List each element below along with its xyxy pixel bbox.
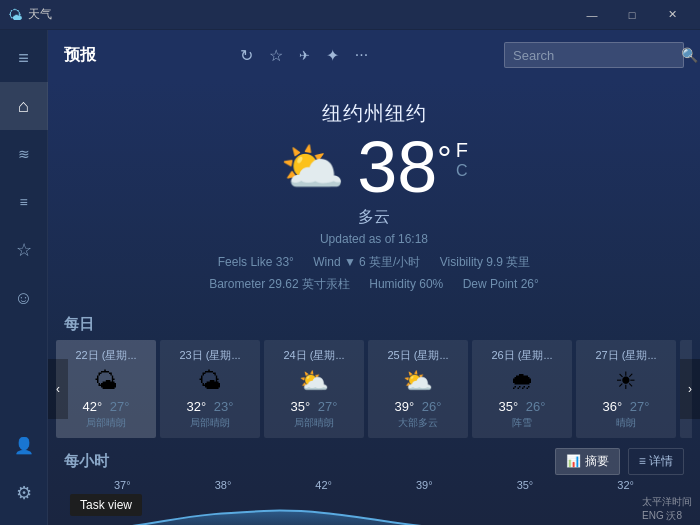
chart-temp-3: 39° <box>416 479 433 491</box>
titlebar-title: 天气 <box>28 6 572 23</box>
settings-nav-icon[interactable]: ⚙ <box>0 469 48 517</box>
day-condition-2: 局部晴朗 <box>270 416 358 430</box>
weather-body: 纽约州纽约 ⛅ 38 ° F C 多云 Updated as of 16:18 <box>48 80 700 525</box>
day-card-0[interactable]: 22日 (星期... 🌤 42° 27° 局部晴朗 <box>56 340 156 438</box>
titlebar-controls: — □ ✕ <box>572 0 692 30</box>
temp-row: ⛅ 38 ° F C <box>48 131 700 203</box>
day-card-5[interactable]: 27日 (星期... ☀ 36° 27° 晴朗 <box>576 340 676 438</box>
temperature-number: 38 <box>357 131 437 203</box>
day-card-2[interactable]: 24日 (星期... ⛅ 35° 27° 局部晴朗 <box>264 340 364 438</box>
chart-temps-row: 37°38°42°39°35°32° <box>64 479 684 491</box>
chart-temp-5: 32° <box>617 479 634 491</box>
hourly-tabs: 📊 摘要 ≡ 详情 <box>555 448 684 475</box>
unit-col: F C <box>456 139 468 180</box>
current-weather: 纽约州纽约 ⛅ 38 ° F C 多云 Updated as of 16:18 <box>48 80 700 305</box>
day-condition-5: 晴朗 <box>582 416 670 430</box>
day-label-5: 27日 (星期... <box>582 348 670 363</box>
day-card-1[interactable]: 23日 (星期... 🌤 32° 23° 局部晴朗 <box>160 340 260 438</box>
day-label-2: 24日 (星期... <box>270 348 358 363</box>
day-temps-0: 42° 27° <box>62 399 150 414</box>
chart-area <box>64 493 684 525</box>
day-label-4: 26日 (星期... <box>478 348 566 363</box>
day-icon-5: ☀ <box>582 367 670 395</box>
search-submit-icon[interactable]: 🔍 <box>681 47 698 63</box>
barometer: Barometer 29.62 英寸汞柱 <box>209 277 350 291</box>
unit-f[interactable]: F <box>456 139 468 162</box>
titlebar-weather-icon: 🌤 <box>8 7 22 23</box>
dew-point: Dew Point 26° <box>463 277 539 291</box>
main-content: 预报 ↻ ☆ ✈ ✦ ··· 🔍 纽约州纽约 ⛅ 38 <box>48 30 700 525</box>
pin-icon[interactable]: ✈ <box>299 48 310 63</box>
chart-nav-icon[interactable]: ≋ <box>0 130 48 178</box>
star-nav-icon[interactable]: ☆ <box>0 226 48 274</box>
visibility: Visibility 9.9 英里 <box>440 255 530 269</box>
day-label-0: 22日 (星期... <box>62 348 150 363</box>
condition-text: 多云 <box>48 207 700 228</box>
list-nav-icon[interactable]: ≡ <box>0 178 48 226</box>
search-box[interactable]: 🔍 <box>504 42 684 68</box>
day-card-4[interactable]: 26日 (星期... 🌧 35° 26° 阵雪 <box>472 340 572 438</box>
minimize-button[interactable]: — <box>572 0 612 30</box>
daily-scroll-wrap: ‹ 22日 (星期... 🌤 42° 27° 局部晴朗 23日 (星期... 🌤… <box>48 340 700 438</box>
close-button[interactable]: ✕ <box>652 0 692 30</box>
day-label-3: 25日 (星期... <box>374 348 462 363</box>
day-icon-1: 🌤 <box>166 367 254 395</box>
app-header-title: 预报 <box>64 45 96 66</box>
day-temps-4: 35° 26° <box>478 399 566 414</box>
humidity: Humidity 60% <box>369 277 443 291</box>
titlebar: 🌤 天气 — □ ✕ <box>0 0 700 30</box>
chart-svg <box>64 493 684 525</box>
daily-scroll: 22日 (星期... 🌤 42° 27° 局部晴朗 23日 (星期... 🌤 3… <box>56 340 692 438</box>
day-condition-4: 阵雪 <box>478 416 566 430</box>
more-options-icon[interactable]: ··· <box>355 46 368 64</box>
hourly-tab-summary[interactable]: 📊 摘要 <box>555 448 619 475</box>
hamburger-menu-icon[interactable]: ≡ <box>0 34 48 82</box>
day-card-3[interactable]: 25日 (星期... ⛅ 39° 26° 大部多云 <box>368 340 468 438</box>
temp-display: 38 ° F C <box>357 131 468 203</box>
weather-icon-cloud: ⛅ <box>280 137 345 198</box>
day-icon-4: 🌧 <box>478 367 566 395</box>
weather-details: Feels Like 33° Wind ▼ 6 英里/小时 Visibility… <box>48 252 700 295</box>
watermark: 太平洋时间ENG 沃8 <box>642 495 692 523</box>
app-header: 预报 ↻ ☆ ✈ ✦ ··· 🔍 <box>48 30 700 80</box>
person-nav-icon[interactable]: 👤 <box>0 421 48 469</box>
daily-section-label: 每日 <box>48 305 700 340</box>
icon-bar: ≡ ⌂ ≋ ≡ ☆ ☺ 👤 ⚙ <box>0 30 48 525</box>
header-icons: ↻ ☆ ✈ ✦ ··· <box>112 46 496 65</box>
day-label-1: 23日 (星期... <box>166 348 254 363</box>
scroll-left-arrow[interactable]: ‹ <box>48 359 68 419</box>
unit-c[interactable]: C <box>456 162 468 180</box>
chart-temp-2: 42° <box>315 479 332 491</box>
day-condition-1: 局部晴朗 <box>166 416 254 430</box>
day-condition-0: 局部晴朗 <box>62 416 150 430</box>
search-input[interactable] <box>513 48 681 63</box>
day-icon-3: ⛅ <box>374 367 462 395</box>
app-layout: ≡ ⌂ ≋ ≡ ☆ ☺ 👤 ⚙ <box>0 30 700 525</box>
hourly-header: 每小时 📊 摘要 ≡ 详情 <box>48 438 700 479</box>
day-condition-3: 大部多云 <box>374 416 462 430</box>
maximize-button[interactable]: □ <box>612 0 652 30</box>
refresh-icon[interactable]: ↻ <box>240 46 253 65</box>
day-icon-0: 🌤 <box>62 367 150 395</box>
degree-symbol: ° <box>437 139 451 181</box>
day-temps-3: 39° 26° <box>374 399 462 414</box>
day-icon-2: ⛅ <box>270 367 358 395</box>
updated-text: Updated as of 16:18 <box>48 232 700 246</box>
chart-temp-0: 37° <box>114 479 131 491</box>
feels-like: Feels Like 33° <box>218 255 294 269</box>
city-name: 纽约州纽约 <box>48 100 700 127</box>
smiley-nav-icon[interactable]: ☺ <box>0 274 48 322</box>
chart-temp-1: 38° <box>215 479 232 491</box>
hourly-chart: 37°38°42°39°35°32° <box>48 479 700 525</box>
chart-temp-4: 35° <box>517 479 534 491</box>
brightness-icon[interactable]: ✦ <box>326 46 339 65</box>
day-temps-2: 35° 27° <box>270 399 358 414</box>
hourly-label: 每小时 <box>64 452 109 471</box>
favorite-icon[interactable]: ☆ <box>269 46 283 65</box>
day-temps-1: 32° 23° <box>166 399 254 414</box>
scroll-right-arrow[interactable]: › <box>680 359 700 419</box>
hourly-tab-detail[interactable]: ≡ 详情 <box>628 448 684 475</box>
wind: Wind ▼ 6 英里/小时 <box>313 255 420 269</box>
day-temps-5: 36° 27° <box>582 399 670 414</box>
home-nav-icon[interactable]: ⌂ <box>0 82 48 130</box>
